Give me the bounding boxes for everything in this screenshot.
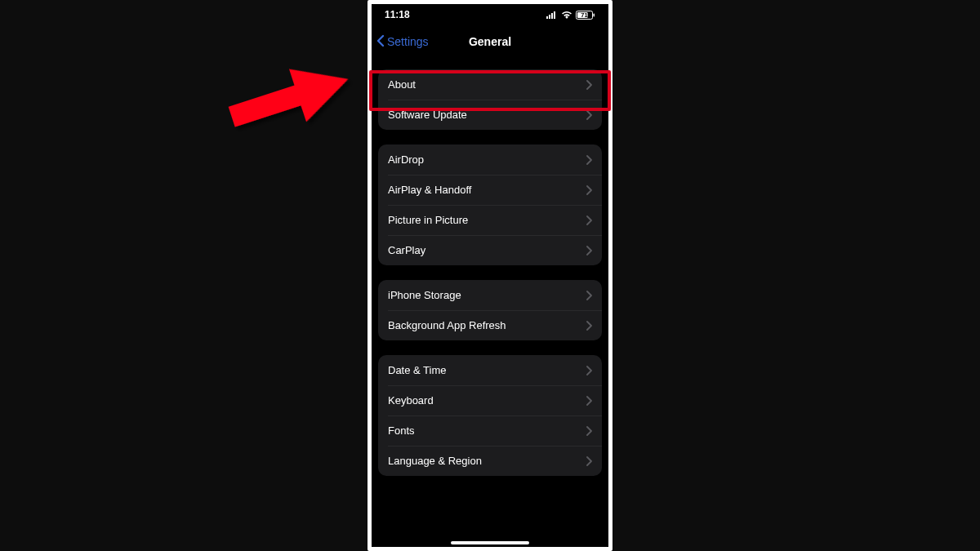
row-airdrop[interactable]: AirDrop <box>378 144 602 175</box>
svg-text:71: 71 <box>581 11 587 19</box>
status-bar: 11:18 71 <box>372 4 608 25</box>
row-label: AirDrop <box>388 153 424 166</box>
chevron-right-icon <box>586 426 592 436</box>
svg-rect-1 <box>549 15 550 19</box>
chevron-right-icon <box>586 246 592 256</box>
row-label: CarPlay <box>388 244 425 256</box>
row-airplay-handoff[interactable]: AirPlay & Handoff <box>378 175 602 205</box>
settings-group-1: About Software Update <box>378 69 602 130</box>
nav-bar: Settings General <box>372 25 608 58</box>
battery-icon: 71 <box>576 11 595 20</box>
chevron-right-icon <box>586 396 592 406</box>
cellular-signal-icon <box>546 11 558 19</box>
svg-rect-3 <box>554 11 555 19</box>
chevron-right-icon <box>586 291 592 300</box>
chevron-right-icon <box>586 155 592 165</box>
home-indicator <box>451 541 529 544</box>
svg-rect-6 <box>594 13 595 16</box>
row-label: AirPlay & Handoff <box>388 184 471 196</box>
settings-group-2: AirDrop AirPlay & Handoff Picture in Pic… <box>378 144 602 265</box>
chevron-right-icon <box>586 80 592 90</box>
row-date-time[interactable]: Date & Time <box>378 355 602 385</box>
row-label: Date & Time <box>388 364 447 376</box>
row-label: Keyboard <box>388 394 434 407</box>
svg-rect-2 <box>551 13 553 19</box>
chevron-right-icon <box>586 366 592 375</box>
settings-group-3: iPhone Storage Background App Refresh <box>378 280 602 340</box>
wifi-icon <box>561 11 572 19</box>
row-iphone-storage[interactable]: iPhone Storage <box>378 280 602 310</box>
row-background-app-refresh[interactable]: Background App Refresh <box>378 310 602 340</box>
row-label: About <box>388 78 416 91</box>
row-label: Picture in Picture <box>388 214 468 226</box>
chevron-right-icon <box>586 110 592 120</box>
row-keyboard[interactable]: Keyboard <box>378 385 602 415</box>
chevron-right-icon <box>586 321 592 331</box>
chevron-right-icon <box>586 185 592 195</box>
row-picture-in-picture[interactable]: Picture in Picture <box>378 205 602 235</box>
phone-frame: 11:18 71 Settings G <box>368 0 612 551</box>
chevron-right-icon <box>586 456 592 466</box>
back-button[interactable]: Settings <box>376 34 429 50</box>
row-software-update[interactable]: Software Update <box>378 100 602 130</box>
row-fonts[interactable]: Fonts <box>378 415 602 446</box>
chevron-right-icon <box>586 216 592 225</box>
row-language-region[interactable]: Language & Region <box>378 446 602 476</box>
row-label: Software Update <box>388 109 467 121</box>
svg-rect-0 <box>546 16 548 19</box>
row-label: Fonts <box>388 424 415 437</box>
row-label: Background App Refresh <box>388 319 506 331</box>
settings-group-4: Date & Time Keyboard Fonts Language & Re… <box>378 355 602 476</box>
row-about[interactable]: About <box>378 69 602 100</box>
chevron-left-icon <box>376 34 385 50</box>
row-carplay[interactable]: CarPlay <box>378 235 602 265</box>
status-time: 11:18 <box>385 9 410 20</box>
row-label: iPhone Storage <box>388 289 461 301</box>
row-label: Language & Region <box>388 455 482 467</box>
settings-content: About Software Update AirDrop AirPlay & … <box>372 69 608 476</box>
annotation-arrow-icon <box>220 57 359 142</box>
back-label: Settings <box>387 35 429 48</box>
